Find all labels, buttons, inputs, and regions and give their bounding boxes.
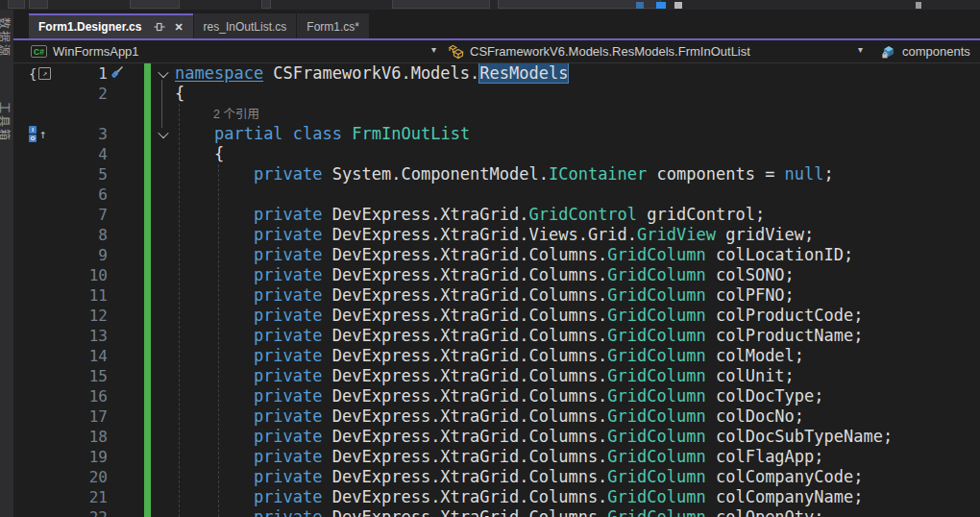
token: ; (824, 164, 834, 184)
class-icon (448, 44, 464, 60)
code-line[interactable]: 22 private DevExpress.XtraGrid.Columns.G… (13, 507, 980, 517)
code-line[interactable]: 14 private DevExpress.XtraGrid.Columns.G… (13, 346, 980, 366)
code-text[interactable]: private DevExpress.XtraGrid.Columns.Grid… (175, 487, 980, 507)
code-line[interactable]: 13 private DevExpress.XtraGrid.Columns.G… (13, 326, 980, 346)
code-editor[interactable]: {↗1namespace CSFrameworkV6.Models.ResMod… (13, 63, 980, 517)
navigation-bar: C# WinFormsApp1 ▾ CSFrameworkV6.Models.R… (13, 40, 980, 62)
line-number: 12 (69, 307, 108, 325)
token: colSONO; (706, 265, 795, 284)
token (175, 245, 254, 264)
token: gridControl; (637, 205, 765, 224)
project-dropdown[interactable]: C# WinFormsApp1 ▾ (31, 40, 438, 62)
token (175, 306, 254, 325)
code-text[interactable]: private DevExpress.XtraGrid.Columns.Grid… (175, 346, 980, 366)
code-text[interactable]: private DevExpress.XtraGrid.Columns.Grid… (175, 245, 980, 265)
member-name: components (902, 44, 970, 59)
fold-margin (151, 70, 175, 78)
code-line[interactable]: 5 private System.ComponentModel.IContain… (13, 164, 980, 185)
references-codelens[interactable]: 2 个引用 (175, 105, 259, 125)
inheritance-io-icon: IO (29, 126, 37, 142)
token: private (254, 386, 323, 406)
pin-icon[interactable] (153, 20, 166, 34)
code-text[interactable]: private DevExpress.XtraGrid.Columns.Grid… (175, 406, 980, 427)
glyph-margin[interactable]: IO↑ (13, 126, 69, 142)
code-text[interactable]: private DevExpress.XtraGrid.Columns.Grid… (175, 427, 980, 447)
token: DevExpress.XtraGrid.Columns. (323, 386, 608, 406)
code-text[interactable]: private System.ComponentModel.IContainer… (175, 164, 980, 185)
up-arrow-icon: ↑ (39, 128, 47, 140)
line-number: 17 (69, 407, 108, 426)
token: DevExpress.XtraGrid.Columns. (323, 507, 608, 517)
code-text[interactable]: { (175, 144, 980, 164)
token: colFlagApp; (706, 447, 824, 466)
code-line[interactable]: 10 private DevExpress.XtraGrid.Columns.G… (13, 265, 980, 285)
token: GridColumn (607, 346, 705, 365)
token (175, 487, 254, 506)
side-tab-toolbox[interactable]: 工具箱 (0, 102, 13, 142)
code-text[interactable]: partial class FrmInOutList (175, 124, 980, 144)
code-line[interactable]: 9 private DevExpress.XtraGrid.Columns.Gr… (13, 245, 980, 265)
token: private (254, 447, 323, 466)
token: private (254, 225, 323, 244)
code-text[interactable]: private DevExpress.XtraGrid.GridControl … (175, 205, 980, 225)
glyph-margin[interactable]: {↗ (13, 67, 69, 81)
codelens-text[interactable]: 2 个引用 (175, 103, 980, 125)
type-dropdown[interactable]: CSFrameworkV6.Models.ResModels.FrmInOutL… (448, 40, 865, 62)
line-number: 8 (69, 226, 108, 244)
code-text[interactable]: private DevExpress.XtraGrid.Columns.Grid… (175, 265, 980, 285)
code-line[interactable]: {↗1namespace CSFrameworkV6.Models.ResMod… (13, 63, 980, 84)
code-line[interactable]: 16 private DevExpress.XtraGrid.Columns.G… (13, 386, 980, 406)
code-text[interactable]: namespace CSFrameworkV6.Models.ResModels (175, 63, 980, 84)
code-text[interactable]: private DevExpress.XtraGrid.Columns.Grid… (175, 285, 980, 306)
line-number: 22 (69, 508, 108, 517)
code-line[interactable]: 15 private DevExpress.XtraGrid.Columns.G… (13, 366, 980, 386)
code-line[interactable]: 6 (13, 185, 980, 205)
code-text[interactable]: private DevExpress.XtraGrid.Columns.Grid… (175, 447, 980, 467)
code-line[interactable]: 11 private DevExpress.XtraGrid.Columns.G… (13, 285, 980, 306)
token: GridColumn (607, 386, 705, 406)
code-line[interactable]: 17 private DevExpress.XtraGrid.Columns.G… (13, 406, 980, 427)
line-number: 9 (69, 246, 108, 264)
close-icon[interactable]: ✕ (174, 22, 183, 33)
side-tab-data-sources[interactable]: 数据源 (0, 17, 13, 58)
code-text[interactable]: private DevExpress.XtraGrid.Columns.Grid… (175, 306, 980, 326)
code-line[interactable]: 21 private DevExpress.XtraGrid.Columns.G… (13, 487, 980, 507)
tab-res-inoutlist-cs[interactable]: res_InOutList.cs (194, 13, 297, 38)
code-line[interactable]: 19 private DevExpress.XtraGrid.Columns.G… (13, 447, 980, 467)
code-line[interactable]: 8 private DevExpress.XtraGrid.Views.Grid… (13, 225, 980, 245)
line-number: 6 (69, 185, 108, 204)
token: GridColumn (607, 306, 705, 325)
code-text[interactable]: { (175, 84, 980, 104)
tab-label: Form1.cs* (306, 20, 359, 34)
token: GridColumn (607, 285, 705, 305)
fold-chevron-icon[interactable] (158, 66, 168, 77)
fold-margin (151, 131, 175, 138)
token: GridView (637, 225, 716, 244)
side-tool-rail: 数据源 工具箱 (0, 10, 13, 517)
code-line[interactable]: 12 private DevExpress.XtraGrid.Columns.G… (13, 306, 980, 326)
code-text[interactable]: private DevExpress.XtraGrid.Columns.Grid… (175, 467, 980, 487)
tab-form1-cs[interactable]: Form1.cs* (297, 13, 369, 38)
code-text[interactable]: private DevExpress.XtraGrid.Columns.Grid… (175, 386, 980, 406)
code-text[interactable]: private DevExpress.XtraGrid.Columns.Grid… (175, 326, 980, 346)
field-lock-icon (881, 44, 896, 60)
token: private (254, 366, 323, 385)
fold-chevron-icon[interactable] (158, 127, 168, 137)
code-line[interactable]: 2{ (13, 84, 980, 104)
toolbar-icon-fragment (674, 2, 682, 9)
code-line[interactable]: 7 private DevExpress.XtraGrid.GridContro… (13, 205, 980, 225)
member-dropdown[interactable]: components (881, 40, 977, 62)
code-line[interactable]: IO↑3 partial class FrmInOutList (13, 124, 980, 144)
code-text[interactable]: private DevExpress.XtraGrid.Views.Grid.G… (175, 225, 980, 245)
token: null (785, 164, 824, 184)
code-text[interactable]: private DevExpress.XtraGrid.Columns.Grid… (175, 507, 980, 517)
codelens-row[interactable]: 2 个引用 (13, 104, 980, 124)
code-line[interactable]: 20 private DevExpress.XtraGrid.Columns.G… (13, 467, 980, 487)
tab-form1-designer-cs[interactable]: Form1.Designer.cs ✕ (29, 13, 193, 38)
screwdriver-icon[interactable] (110, 63, 126, 84)
code-line[interactable]: 4 { (13, 144, 980, 164)
token: private (254, 406, 323, 426)
code-text[interactable]: private DevExpress.XtraGrid.Columns.Grid… (175, 366, 980, 386)
code-line[interactable]: 18 private DevExpress.XtraGrid.Columns.G… (13, 427, 980, 447)
line-number: 11 (69, 286, 108, 305)
